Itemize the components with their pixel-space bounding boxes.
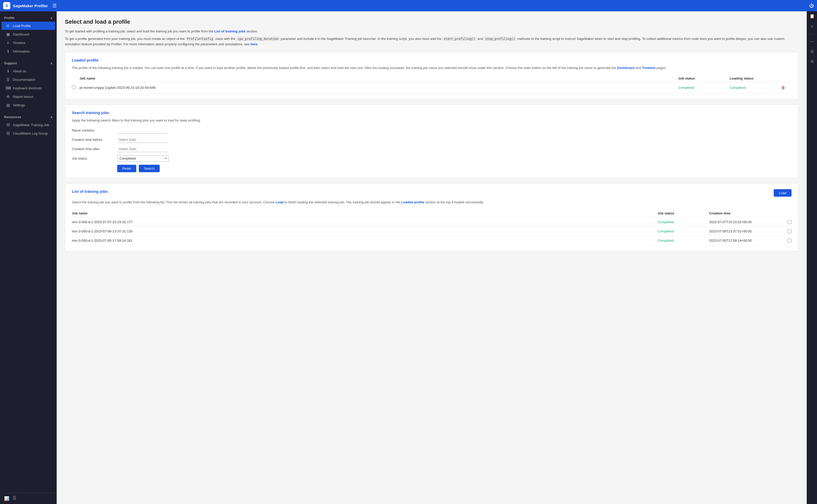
table-row: mm-3-500-d-1-2023-07-07-15-23-32-177 Com… <box>72 218 792 227</box>
power-icon[interactable]: ⏻ <box>809 3 814 8</box>
sidebar-information-label: Information <box>13 49 30 53</box>
action-col-header <box>781 76 792 80</box>
sidebar-support-header[interactable]: Support ∧ <box>0 60 57 67</box>
delete-cell[interactable]: 🗑 <box>781 85 792 90</box>
search-button[interactable]: Search <box>139 165 160 172</box>
loaded-profile-table-header: Job name Job status Loading status <box>72 75 792 82</box>
app-title: SageMaker Profiler <box>13 4 48 8</box>
sidebar-dashboard-label: Dashboard <box>13 32 29 36</box>
topbar: S SageMaker Profiler ☰ ⏻ <box>0 0 817 11</box>
job-check-1[interactable] <box>781 220 792 224</box>
dashboard-link[interactable]: Dashboard <box>617 66 635 70</box>
sidebar-timeline-label: Timeline <box>13 41 25 45</box>
loaded-job-radio[interactable] <box>72 85 76 89</box>
sidebar-item-dashboard[interactable]: ▦ Dashboard <box>2 30 55 38</box>
table-row: mm-3-500-d-1-2023-07-06-13-37-31-130 Com… <box>72 227 792 236</box>
loading-status-col-header: Loading status <box>730 76 781 80</box>
sidebar-item-cloudwatch-log-group[interactable]: ⛓ CloudWatch Log Group <box>2 129 55 137</box>
sidebar-item-timeline[interactable]: ≡ Timeline <box>2 39 55 47</box>
right-panel-add-icon[interactable]: + <box>809 22 815 31</box>
job-status-col-header: Job status <box>678 76 730 80</box>
chevron-up-icon: ∧ <box>50 16 53 20</box>
right-panel-gear-icon[interactable]: ⚙ <box>809 57 815 65</box>
sidebar-support-label: Support <box>4 61 17 65</box>
name-contains-row: Name contains <box>72 127 792 134</box>
sidebar-item-information[interactable]: ℹ Information <box>2 47 55 55</box>
job-name-1: mm-3-500-d-1-2023-07-07-15-23-32-177 <box>72 220 658 224</box>
job-status-select[interactable]: Completed InProgress Failed Stopped All <box>117 155 169 162</box>
chevron-up-icon-2: ∧ <box>50 62 53 65</box>
sidebar-item-documentation[interactable]: ☰ Documentation <box>2 75 55 84</box>
job-creation-1: 2023-07-07T15:23:32+00:00 <box>709 220 781 224</box>
sidebar-item-report-issues[interactable]: ⚙ Report issuus <box>2 92 55 101</box>
menu-icon[interactable]: ☰ <box>53 3 57 8</box>
loading-status-cell: Completed <box>730 86 781 90</box>
sidebar-item-settings[interactable]: ▤ Settings <box>2 101 55 109</box>
jobs-col-creation: Creation time <box>709 211 781 215</box>
sidebar-support-section: Support ∧ ℹ About us ☰ Documentation ⌨ K… <box>0 57 57 110</box>
main-content: Select and load a profile To get started… <box>57 11 807 504</box>
jobs-list: mm-3-500-d-1-2023-07-07-15-23-32-177 Com… <box>72 218 792 245</box>
sidebar-profile-section: Profile ∧ ⊙ Load Profile ▦ Dashboard ≡ T… <box>0 11 57 57</box>
name-contains-input[interactable] <box>117 127 169 134</box>
job-check-2[interactable] <box>781 229 792 233</box>
right-panel: 🔔 📋 + — ⊞ ⚙ <box>807 0 817 504</box>
sidebar-profile-header[interactable]: Profile ∧ <box>0 14 57 21</box>
sidebar-item-load-profile[interactable]: ⊙ Load Profile <box>2 22 55 30</box>
sidebar-resources-header[interactable]: Resources ∧ <box>0 114 57 120</box>
table-row: mm-3-500-d-1-2023-07-05-17-59-14-181 Com… <box>72 236 792 245</box>
list-of-jobs-header: List of training jobs Load <box>72 189 792 197</box>
creation-time-after-input[interactable] <box>117 146 169 152</box>
delete-icon[interactable]: 🗑 <box>781 85 785 90</box>
sidebar-item-about-us[interactable]: ℹ About us <box>2 67 55 75</box>
search-jobs-card: Search training jobs Apply the following… <box>65 105 798 178</box>
chevron-up-icon-3: ∧ <box>50 115 53 119</box>
job-check-3[interactable] <box>781 239 792 242</box>
profilerconfig-code: ProfilerConfig <box>186 37 214 41</box>
topbar-right: ⏻ <box>809 3 814 8</box>
sidebar-item-sagemaker-training-job[interactable]: ⛓ SageMaker Training Job <box>2 121 55 129</box>
load-link[interactable]: Load <box>275 200 283 204</box>
search-jobs-desc: Apply the following search filters to fi… <box>72 118 792 123</box>
list-of-training-jobs-link-1[interactable]: List of training jobs <box>214 29 245 33</box>
sidebar-report-label: Report issuus <box>13 95 33 99</box>
here-link[interactable]: here <box>250 42 257 46</box>
list-of-jobs-desc: Select the training job you want to prof… <box>72 200 792 205</box>
right-panel-minus-icon[interactable]: — <box>809 38 816 45</box>
footer-db-icon[interactable]: 🗄 <box>12 496 16 501</box>
search-jobs-title: Search training jobs <box>72 110 792 115</box>
radio-cell[interactable] <box>72 85 80 90</box>
reset-button[interactable]: Reset <box>117 165 136 172</box>
sidebar-profile-label: Profile <box>4 16 14 20</box>
loaded-profile-link[interactable]: Loaded profile <box>401 200 425 204</box>
creation-time-before-label: Creation time before <box>72 138 113 142</box>
sidebar-keyboard-label: Keyboard shortcuts <box>13 86 42 90</box>
settings-icon: ▤ <box>6 103 10 107</box>
job-checkbox-3[interactable] <box>788 239 792 242</box>
sidebar-item-keyboard-shortcuts[interactable]: ⌨ Keyboard shortcuts <box>2 84 55 92</box>
timeline-link[interactable]: Timeline <box>642 66 656 70</box>
documentation-icon: ☰ <box>6 77 10 82</box>
jobs-col-name: Job name <box>72 211 658 215</box>
sidebar-cloudwatch-label: CloudWatch Log Group <box>13 132 48 135</box>
job-status-2: Completed <box>658 229 709 233</box>
list-of-jobs-card: List of training jobs Load Select the tr… <box>65 183 798 251</box>
load-button[interactable]: Load <box>774 189 792 197</box>
app-logo: S <box>3 2 10 9</box>
search-buttons-row: Reset Search <box>72 165 792 172</box>
jobs-col-status: Job status <box>658 211 709 215</box>
job-checkbox-1[interactable] <box>788 220 792 224</box>
load-profile-icon: ⊙ <box>6 24 10 28</box>
sidebar-resources-section: Resources ∧ ⛓ SageMaker Training Job ⛓ C… <box>0 110 57 139</box>
job-status-select-wrapper: Completed InProgress Failed Stopped All <box>117 155 169 162</box>
footer-chart-icon[interactable]: 📊 <box>4 496 9 501</box>
right-panel-grid-icon[interactable]: ⊞ <box>809 47 815 55</box>
loaded-profile-card: Loaded profile The profile of the follow… <box>65 52 798 99</box>
creation-time-before-input[interactable] <box>117 137 169 143</box>
right-panel-clipboard-icon[interactable]: 📋 <box>808 12 816 20</box>
timeline-icon: ≡ <box>6 41 10 45</box>
cpu-profiling-code: cpu_profiling_duration <box>236 37 280 41</box>
sidebar-documentation-label: Documentation <box>13 78 35 82</box>
job-checkbox-2[interactable] <box>788 229 792 233</box>
list-of-jobs-title: List of training jobs <box>72 189 108 194</box>
